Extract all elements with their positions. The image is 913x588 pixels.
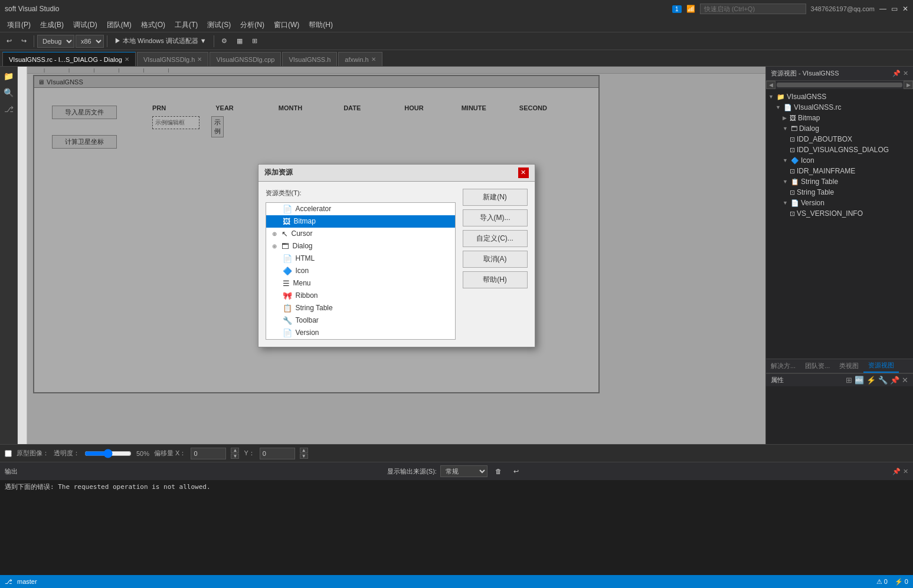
- tab-1-close[interactable]: ✕: [197, 56, 202, 63]
- resource-list[interactable]: 📄Accelerator🖼Bitmap⊕↖Cursor⊕🗔Dialog📄HTML…: [266, 202, 456, 340]
- output-clear-btn[interactable]: 🗑: [491, 464, 506, 478]
- menu-item-w[interactable]: 窗口(W): [269, 18, 304, 32]
- modal-close-button[interactable]: ✕: [518, 167, 529, 178]
- activity-git-icon[interactable]: ⎇: [2, 102, 16, 116]
- quick-launch-input[interactable]: [700, 4, 806, 14]
- res-item-version[interactable]: 📄Version: [266, 327, 455, 339]
- maximize-icon[interactable]: ▭: [891, 5, 898, 13]
- tab-4[interactable]: afxwin.h ✕: [338, 52, 382, 66]
- offset-y-spinner[interactable]: ▲ ▼: [300, 448, 308, 459]
- menu-item-m[interactable]: 团队(M): [102, 18, 136, 32]
- res-item-accelerator[interactable]: 📄Accelerator: [266, 203, 455, 215]
- redo-button[interactable]: ↪: [17, 34, 31, 48]
- menu-item-d[interactable]: 调试(D): [68, 18, 102, 32]
- res-item-icon[interactable]: 🔷Icon: [266, 265, 455, 277]
- offset-x-spinner[interactable]: ▲ ▼: [231, 448, 239, 459]
- offset-x-input[interactable]: [191, 448, 226, 459]
- res-item-html[interactable]: 📄HTML: [266, 252, 455, 265]
- output-wrap-btn[interactable]: ↩: [509, 464, 523, 478]
- modal-cancel-button[interactable]: 取消(A): [463, 251, 528, 268]
- debug-config-select[interactable]: Debug: [37, 35, 74, 48]
- offset-x-label: 偏移量 X：: [154, 449, 186, 458]
- prop-icon-4[interactable]: 🔧: [878, 376, 888, 385]
- menu-item-t[interactable]: 工具(T): [170, 18, 202, 32]
- prop-icon-2[interactable]: 🔤: [855, 376, 864, 385]
- tree-root[interactable]: ▼ 📁 VIsualGNSS: [766, 91, 913, 102]
- tree-item-icon[interactable]: ▼ 🔷 Icon: [766, 155, 913, 166]
- tab-3[interactable]: VIsualGNSS.h: [282, 52, 337, 66]
- res-item-bitmap[interactable]: 🖼Bitmap: [266, 215, 455, 228]
- tab-4-close[interactable]: ✕: [371, 56, 376, 63]
- close-prop-icon[interactable]: ✕: [902, 376, 908, 385]
- tab-2[interactable]: VIsualGNSSDlg.cpp: [210, 52, 281, 66]
- tree-item-dialog[interactable]: ▼ 🗔 Dialog: [766, 123, 913, 134]
- pin-icon[interactable]: 📌: [892, 70, 901, 77]
- title-right: 1 📶 3487626197@qq.com — ▭ ✕: [672, 4, 908, 14]
- prop-icon-1[interactable]: ⊞: [846, 376, 852, 385]
- menu-item-s[interactable]: 测试(S): [202, 18, 235, 32]
- close-panel-icon[interactable]: ✕: [903, 70, 908, 77]
- spin-y-up[interactable]: ▲: [300, 448, 308, 453]
- res-item-dialog[interactable]: ⊕🗔Dialog: [266, 240, 455, 252]
- modal-import-button[interactable]: 导入(M)...: [463, 209, 528, 226]
- tab-resource[interactable]: 资源视图: [863, 359, 899, 373]
- editor-area[interactable]: | | | | | | 🖥 VIsualGNSS 导入星历文件 计算卫星坐标: [27, 67, 765, 444]
- tree-item-mainframe[interactable]: ⊡ IDR_MAINFRAME: [766, 166, 913, 176]
- pin-output-icon[interactable]: 📌: [892, 468, 901, 475]
- menu-item-b[interactable]: 生成(B): [35, 18, 68, 32]
- tab-0-close[interactable]: ✕: [125, 56, 129, 63]
- tree-item-stringtable-child[interactable]: ⊡ String Table: [766, 187, 913, 198]
- undo-button[interactable]: ↩: [2, 34, 16, 48]
- tree-ver-info-label: VS_VERSION_INFO: [797, 209, 863, 218]
- tab-solution[interactable]: 解决方...: [766, 360, 800, 372]
- activity-search-icon[interactable]: 🔍: [2, 86, 16, 100]
- tree-item-visualgnss-dialog[interactable]: ⊡ IDD_VISUALGNSS_DIALOG: [766, 144, 913, 155]
- tab-1[interactable]: VIsualGNSSDlg.h ✕: [137, 52, 208, 66]
- toolbar-btn-1[interactable]: ⚙: [217, 34, 231, 48]
- toolbar-btn-3[interactable]: ⊞: [248, 34, 261, 48]
- transparency-slider[interactable]: [84, 449, 132, 458]
- menu-item-p[interactable]: 项目(P): [2, 18, 35, 32]
- close-icon[interactable]: ✕: [902, 5, 908, 13]
- offset-y-input[interactable]: [260, 448, 295, 459]
- res-expand-3[interactable]: ⊕: [271, 242, 278, 251]
- res-item-toolbar[interactable]: 🔧Toolbar: [266, 314, 455, 327]
- tree-item-bitmap[interactable]: ▶ 🖼 Bitmap: [766, 113, 913, 123]
- spin-y-down[interactable]: ▼: [300, 454, 308, 459]
- res-item-ribbon[interactable]: 🎀Ribbon: [266, 290, 455, 302]
- prototype-image-checkbox[interactable]: [5, 450, 12, 457]
- toolbar-btn-2[interactable]: ▦: [233, 34, 247, 48]
- menu-item-n[interactable]: 分析(N): [235, 18, 269, 32]
- run-button[interactable]: ▶ 本地 Windows 调试适配器 ▼: [110, 34, 211, 48]
- tab-team[interactable]: 团队资...: [800, 360, 835, 372]
- res-item-menu[interactable]: ☰Menu: [266, 277, 455, 290]
- modal-help-button[interactable]: 帮助(H): [463, 271, 528, 288]
- tree-item-stringtable[interactable]: ▼ 📋 String Table: [766, 176, 913, 187]
- scroll-left-btn[interactable]: ◀: [766, 81, 775, 89]
- tree-item-aboutbox[interactable]: ⊡ IDD_ABOUTBOX: [766, 134, 913, 144]
- menu-item-o[interactable]: 格式(O): [136, 18, 170, 32]
- scroll-right-btn[interactable]: ▶: [904, 81, 913, 89]
- modal-new-button[interactable]: 新建(N): [463, 189, 528, 206]
- tab-class[interactable]: 类视图: [835, 360, 863, 372]
- ruler-vertical: [18, 67, 27, 444]
- res-expand-2[interactable]: ⊕: [271, 229, 278, 238]
- modal-custom-button[interactable]: 自定义(C)...: [463, 230, 528, 247]
- res-item-string-table[interactable]: 📋String Table: [266, 302, 455, 314]
- platform-select[interactable]: x86: [76, 35, 104, 48]
- tree-item-version-info[interactable]: ⊡ VS_VERSION_INFO: [766, 208, 913, 219]
- close-output-icon[interactable]: ✕: [903, 468, 908, 475]
- activity-explorer-icon[interactable]: 📁: [2, 69, 16, 83]
- spin-up[interactable]: ▲: [231, 448, 239, 453]
- spin-down[interactable]: ▼: [231, 454, 239, 459]
- res-item-cursor[interactable]: ⊕↖Cursor: [266, 228, 455, 240]
- tree-item-version[interactable]: ▼ 📄 Version: [766, 198, 913, 208]
- menu-item-h[interactable]: 帮助(H): [304, 18, 338, 32]
- tree-item-rc[interactable]: ▼ 📄 VIsualGNSS.rc: [766, 102, 913, 113]
- pin-prop-icon[interactable]: 📌: [890, 376, 899, 385]
- tab-0[interactable]: VIsualGNSS.rc - I...S_DIALOG - Dialog ✕: [2, 52, 136, 66]
- prop-icon-3[interactable]: ⚡: [866, 376, 876, 385]
- scrollbar-track[interactable]: [777, 83, 902, 87]
- minimize-icon[interactable]: —: [879, 5, 886, 13]
- output-filter-select[interactable]: 常规: [440, 465, 487, 477]
